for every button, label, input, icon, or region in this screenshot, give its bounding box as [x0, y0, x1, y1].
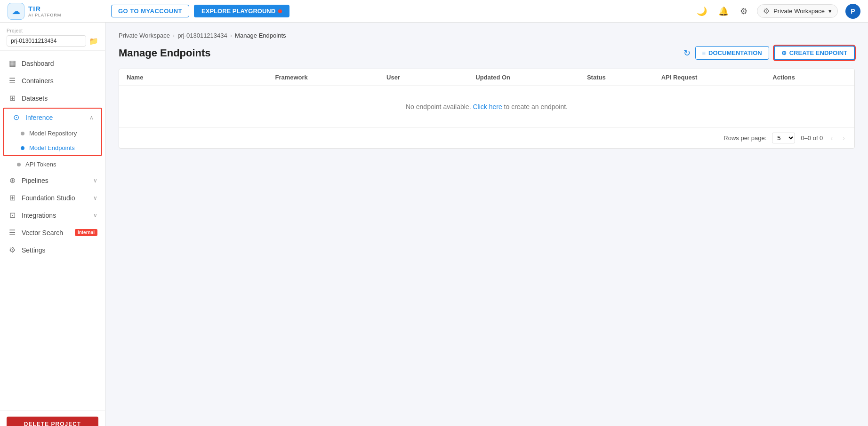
sidebar-item-label: API Tokens — [25, 161, 56, 168]
create-endpoint-button[interactable]: ⊕ CREATE ENDPOINT — [774, 46, 855, 60]
logo-sub: AI PLATFORM — [28, 13, 61, 17]
create-endpoint-link[interactable]: Click here — [473, 103, 502, 110]
doc-icon: ≡ — [702, 49, 706, 56]
sidebar-item-dashboard[interactable]: ▦ Dashboard — [0, 55, 105, 72]
nav-right: 🌙 🔔 ⚙ ⚙ Private Workspace ▾ P — [695, 4, 860, 19]
documentation-button[interactable]: ≡ DOCUMENTATION — [695, 46, 769, 60]
workspace-chevron-icon: ▾ — [828, 8, 832, 15]
col-user: User — [386, 74, 475, 81]
sidebar-item-inference[interactable]: ⊙ Inference ∧ — [4, 109, 101, 126]
col-status: Status — [587, 74, 661, 81]
settings-nav-icon: ⚙ — [8, 245, 17, 254]
logo-icon: ☁ — [8, 3, 24, 20]
sub-dot-active-icon — [21, 146, 24, 150]
create-endpoint-label: CREATE ENDPOINT — [789, 49, 847, 56]
sidebar-item-label: Datasets — [22, 95, 97, 102]
settings-button[interactable]: ⚙ — [738, 4, 749, 18]
inference-section: ⊙ Inference ∧ Model Repository Model End… — [3, 108, 102, 156]
foundation-studio-icon: ⊞ — [8, 193, 17, 202]
inference-icon: ⊙ — [11, 113, 21, 122]
sidebar-item-label: Foundation Studio — [22, 194, 88, 202]
workspace-icon: ⚙ — [763, 7, 770, 16]
playground-badge — [278, 9, 282, 13]
chevron-down-icon: ∨ — [93, 195, 97, 201]
logo-area: ☁ TIR AI PLATFORM — [8, 3, 111, 20]
sidebar-item-label: Dashboard — [22, 60, 97, 67]
sub-dot-icon — [17, 163, 21, 166]
explore-playground-button[interactable]: EXPLORE PLAYGROUND — [194, 5, 289, 17]
pagination-prev-button[interactable]: ‹ — [828, 133, 835, 143]
breadcrumb: Private Workspace › prj-013011213434 › M… — [119, 32, 855, 39]
workspace-selector[interactable]: ⚙ Private Workspace ▾ — [757, 4, 838, 18]
pagination-next-button[interactable]: › — [841, 133, 847, 143]
pipelines-icon: ⊛ — [8, 176, 17, 185]
breadcrumb-current: Manage Endpoints — [235, 32, 286, 39]
table-footer: Rows per page: 5 10 25 0–0 of 0 ‹ › — [119, 127, 854, 148]
sidebar-item-api-tokens[interactable]: API Tokens — [0, 157, 105, 172]
integrations-icon: ⊡ — [8, 211, 17, 220]
project-select[interactable]: prj-013011213434 — [7, 35, 86, 47]
sidebar-item-vector-search[interactable]: ☰ Vector Search Internal — [0, 224, 105, 241]
breadcrumb-sep-2: › — [230, 32, 232, 39]
empty-suffix: to create an endpoint. — [504, 103, 568, 110]
workspace-label: Private Workspace — [773, 8, 825, 15]
table-header: Name Framework User Updated On Status AP… — [119, 69, 854, 86]
col-api-request: API Request — [661, 74, 773, 81]
sidebar-sub-label: Model Repository — [29, 130, 77, 137]
create-endpoint-icon: ⊕ — [781, 49, 787, 56]
pagination-info: 0–0 of 0 — [801, 134, 823, 142]
main-content: Private Workspace › prj-013011213434 › M… — [105, 23, 868, 426]
nav-items: ▦ Dashboard ☰ Containers ⊞ Datasets ⊙ In… — [0, 51, 105, 410]
table-empty-state: No endpoint available. Click here to cre… — [119, 86, 854, 127]
project-label: Project — [7, 28, 98, 33]
sidebar-item-model-repository[interactable]: Model Repository — [4, 126, 101, 141]
top-navbar: ☁ TIR AI PLATFORM GO TO MYACCOUNT EXPLOR… — [0, 0, 868, 23]
sidebar-item-label: Vector Search — [22, 229, 67, 237]
sidebar-item-integrations[interactable]: ⊡ Integrations ∨ — [0, 206, 105, 224]
endpoints-table: Name Framework User Updated On Status AP… — [119, 69, 855, 149]
project-selector: Project prj-013011213434 📁 — [0, 23, 105, 51]
dark-mode-button[interactable]: 🌙 — [695, 4, 709, 18]
sidebar-item-model-endpoints[interactable]: Model Endpoints — [4, 141, 101, 155]
col-framework: Framework — [275, 74, 386, 81]
sidebar-item-pipelines[interactable]: ⊛ Pipelines ∨ — [0, 172, 105, 189]
sidebar: Project prj-013011213434 📁 ▦ Dashboard ☰… — [0, 23, 105, 426]
breadcrumb-project[interactable]: prj-013011213434 — [177, 32, 227, 39]
breadcrumb-sep-1: › — [173, 32, 175, 39]
internal-badge: Internal — [75, 229, 97, 236]
vector-search-icon: ☰ — [8, 228, 17, 237]
chevron-down-icon: ∨ — [93, 177, 97, 184]
chevron-up-icon: ∧ — [89, 114, 94, 121]
sidebar-item-label: Settings — [22, 246, 97, 254]
sidebar-item-label: Integrations — [22, 212, 88, 219]
col-name: Name — [127, 74, 275, 81]
delete-project-button[interactable]: DELETE PROJECT — [7, 417, 98, 426]
sidebar-item-label: Inference — [25, 114, 85, 121]
chevron-down-icon: ∨ — [93, 212, 97, 219]
go-to-myaccount-button[interactable]: GO TO MYACCOUNT — [111, 5, 189, 17]
project-folder-button[interactable]: 📁 — [89, 37, 98, 46]
breadcrumb-workspace[interactable]: Private Workspace — [119, 32, 170, 39]
sidebar-item-containers[interactable]: ☰ Containers — [0, 72, 105, 89]
page-header: Manage Endpoints ↻ ≡ DOCUMENTATION ⊕ CRE… — [119, 46, 855, 60]
containers-icon: ☰ — [8, 76, 17, 85]
sidebar-item-datasets[interactable]: ⊞ Datasets — [0, 89, 105, 107]
avatar-button[interactable]: P — [845, 4, 860, 19]
sidebar-item-label: Pipelines — [22, 177, 88, 184]
col-updated-on: Updated On — [475, 74, 587, 81]
documentation-label: DOCUMENTATION — [708, 49, 762, 56]
page-title: Manage Endpoints — [119, 47, 211, 59]
sidebar-item-label: Containers — [22, 77, 97, 85]
sidebar-item-foundation-studio[interactable]: ⊞ Foundation Studio ∨ — [0, 189, 105, 206]
notifications-button[interactable]: 🔔 — [716, 4, 731, 18]
sidebar-bottom: DELETE PROJECT « COLLAPSE SIDEBAR — [0, 410, 105, 426]
col-actions: Actions — [772, 74, 847, 81]
dashboard-icon: ▦ — [8, 59, 17, 68]
sub-dot-icon — [21, 132, 24, 135]
refresh-button[interactable]: ↻ — [683, 48, 691, 58]
sidebar-sub-label: Model Endpoints — [29, 144, 75, 151]
logo-text: TIR — [28, 5, 61, 13]
sidebar-item-settings[interactable]: ⚙ Settings — [0, 241, 105, 259]
datasets-icon: ⊞ — [8, 94, 17, 103]
rows-per-page-select[interactable]: 5 10 25 — [772, 133, 795, 143]
